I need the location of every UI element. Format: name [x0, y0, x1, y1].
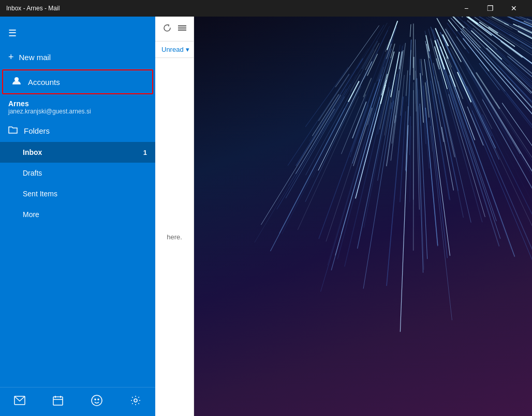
- settings-nav-icon[interactable]: [126, 391, 145, 413]
- sidebar: ☰ + New mail Accounts Arnes: [0, 17, 155, 416]
- svg-point-7: [95, 399, 96, 400]
- middle-empty-text: here.: [155, 58, 194, 416]
- new-mail-button[interactable]: + New mail: [0, 46, 155, 68]
- folders-label: Folders: [24, 126, 50, 135]
- svg-point-0: [14, 77, 19, 81]
- svg-point-8: [98, 399, 99, 400]
- hamburger-button[interactable]: ☰: [0, 21, 25, 46]
- middle-toolbar: [155, 17, 194, 41]
- refresh-icon[interactable]: [163, 24, 171, 34]
- sidebar-bottom-nav: [0, 387, 155, 416]
- folder-inbox-badge: 1: [143, 149, 147, 156]
- new-mail-label: New mail: [19, 53, 51, 62]
- emoji-nav-icon[interactable]: [87, 391, 107, 413]
- folder-item-more[interactable]: More: [0, 204, 155, 225]
- window-title: Inbox - Arnes - Mail: [6, 5, 60, 12]
- middle-panel: Unread ▾ here.: [155, 17, 194, 416]
- folder-item-sent[interactable]: Sent Items: [0, 183, 155, 204]
- menu-icon[interactable]: [178, 24, 186, 34]
- svg-rect-10: [178, 25, 186, 26]
- filter-dropdown[interactable]: Unread ▾: [155, 41, 194, 58]
- calendar-nav-icon[interactable]: [49, 391, 67, 412]
- account-name: Arnes: [8, 99, 147, 108]
- star-background: [194, 17, 532, 416]
- svg-point-9: [134, 399, 137, 402]
- folder-item-drafts[interactable]: Drafts: [0, 163, 155, 183]
- accounts-section[interactable]: Accounts: [2, 69, 153, 94]
- restore-button[interactable]: ❐: [478, 0, 502, 17]
- account-item[interactable]: Arnes janez.kranjski@guest.arnes.si: [0, 95, 155, 119]
- minimize-button[interactable]: −: [454, 0, 478, 17]
- folder-more-label: More: [23, 210, 39, 219]
- sidebar-top: ☰ + New mail Accounts Arnes: [0, 17, 155, 229]
- folder-drafts-label: Drafts: [23, 169, 42, 177]
- account-email: janez.kranjski@guest.arnes.si: [8, 108, 147, 115]
- filter-label: Unread: [161, 46, 184, 53]
- close-button[interactable]: ✕: [502, 0, 526, 17]
- star-canvas: [194, 17, 532, 416]
- svg-point-6: [92, 395, 102, 406]
- svg-rect-2: [53, 397, 63, 405]
- filter-chevron-icon: ▾: [186, 46, 189, 53]
- svg-rect-11: [178, 27, 186, 28]
- right-panel: [194, 17, 532, 416]
- main-container: ☰ + New mail Accounts Arnes: [0, 17, 532, 416]
- hamburger-icon: ☰: [8, 27, 17, 39]
- folders-section[interactable]: Folders: [0, 119, 155, 142]
- folder-icon: [8, 125, 18, 136]
- svg-rect-12: [178, 30, 186, 31]
- mail-nav-icon[interactable]: [10, 392, 29, 412]
- accounts-label: Accounts: [28, 78, 60, 87]
- window-controls: − ❐ ✕: [454, 0, 526, 17]
- titlebar: Inbox - Arnes - Mail − ❐ ✕: [0, 0, 532, 17]
- new-mail-plus-icon: +: [8, 52, 14, 63]
- folder-item-inbox[interactable]: Inbox 1: [0, 142, 155, 163]
- accounts-person-icon: [11, 76, 22, 89]
- folder-inbox-label: Inbox: [23, 148, 42, 156]
- folder-sent-label: Sent Items: [23, 190, 57, 198]
